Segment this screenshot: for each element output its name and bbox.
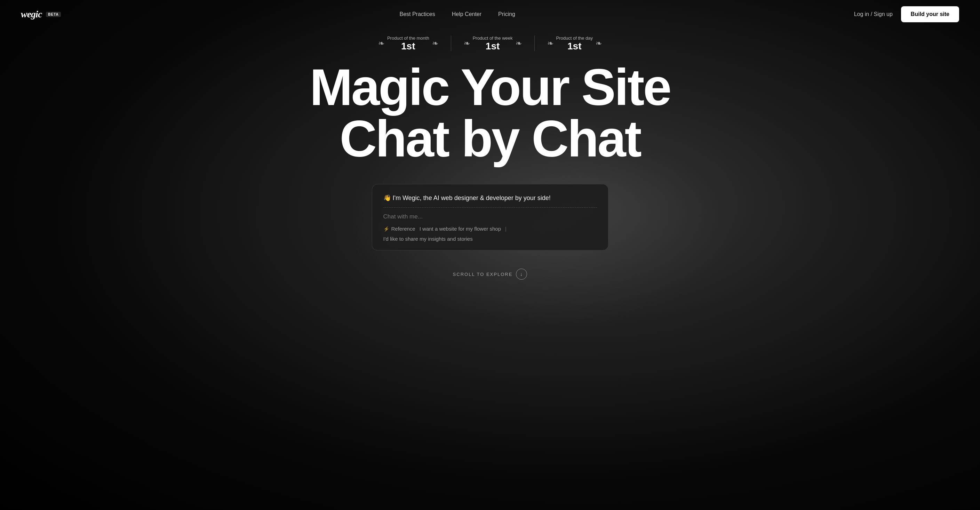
reference-label: Reference [391,226,415,232]
suggestion-divider: | [505,226,506,232]
award-week-rank: 1st [473,41,513,51]
award-week: ❧ Product of the week 1st ❧ [451,35,535,51]
chat-box: 👋 I'm Wegic, the AI web designer & devel… [372,184,608,251]
laurel-right-day-icon: ❧ [596,39,602,48]
laurel-left-icon: ❧ [378,39,384,48]
award-month-rank: 1st [387,41,429,51]
hero-line2: Chat by Chat [310,113,670,165]
award-month-label: Product of the month [387,35,429,41]
login-link[interactable]: Log in / Sign up [854,11,892,17]
flower-shop-suggestion[interactable]: I want a website for my flower shop [420,226,501,232]
laurel-right-week-icon: ❧ [515,39,522,48]
hero-line1: Magic Your Site [310,62,670,113]
laurel-left-day-icon: ❧ [547,39,554,48]
nav-right: Log in / Sign up Build your site [854,6,959,22]
award-week-laurel: ❧ Product of the week 1st ❧ [464,35,522,51]
build-site-button[interactable]: Build your site [901,6,959,22]
scroll-label: SCROLL TO EXPLORE [453,272,513,277]
laurel-right-icon: ❧ [432,39,438,48]
lightning-icon: ⚡ [383,226,389,232]
award-day-laurel: ❧ Product of the day 1st ❧ [547,35,602,51]
scroll-down-icon: ↓ [516,269,527,280]
logo-text: wegic [21,9,42,20]
nav-link-best-practices[interactable]: Best Practices [399,11,435,17]
scroll-hint[interactable]: SCROLL TO EXPLORE ↓ [453,269,527,280]
chat-suggestions: ⚡ Reference I want a website for my flow… [383,226,597,242]
nav-links: Best Practices Help Center Pricing [399,11,515,17]
laurel-left-week-icon: ❧ [464,39,470,48]
insights-suggestion[interactable]: I'd like to share my insights and storie… [383,236,473,242]
award-day-rank: 1st [556,41,593,51]
nav-link-pricing[interactable]: Pricing [498,11,515,17]
nav-link-help-center[interactable]: Help Center [452,11,482,17]
award-month-laurel: ❧ Product of the month 1st ❧ [378,35,438,51]
chat-input-area [383,207,597,220]
logo[interactable]: wegic BETA [21,9,61,20]
award-day-label: Product of the day [556,35,593,41]
hero-section: wegic BETA Best Practices Help Center Pr… [0,0,980,510]
chat-input[interactable] [383,213,597,220]
awards-row: ❧ Product of the month 1st ❧ ❧ Product o… [366,35,614,51]
award-day: ❧ Product of the day 1st ❧ [535,35,615,51]
chat-greeting: 👋 I'm Wegic, the AI web designer & devel… [383,194,597,202]
reference-suggestion[interactable]: ⚡ Reference [383,226,415,232]
award-month: ❧ Product of the month 1st ❧ [366,35,451,51]
navigation: wegic BETA Best Practices Help Center Pr… [0,0,980,29]
beta-badge: BETA [46,12,60,17]
hero-headline: Magic Your Site Chat by Chat [296,62,684,165]
award-week-label: Product of the week [473,35,513,41]
